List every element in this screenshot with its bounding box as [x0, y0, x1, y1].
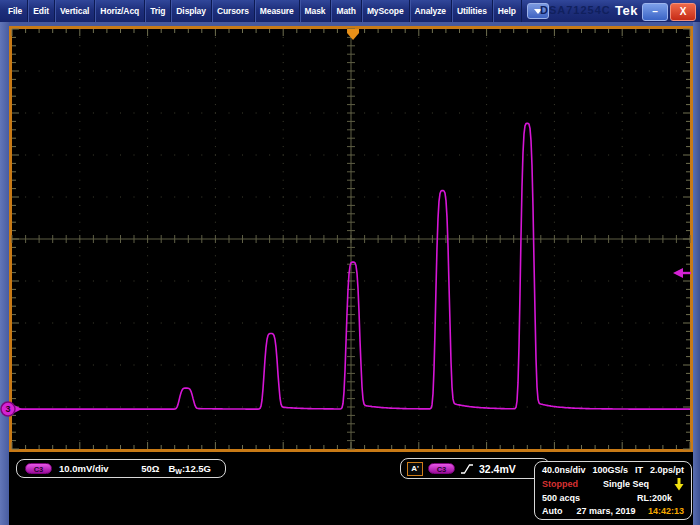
window-frame-right — [693, 22, 700, 525]
close-button[interactable]: X — [670, 3, 696, 21]
menu-horiz-acq[interactable]: Horiz/Acq — [95, 0, 145, 22]
menu-measure[interactable]: Measure — [255, 0, 300, 22]
record-length: RL:200k — [637, 493, 672, 503]
channel3-ground-marker[interactable]: 3 — [1, 402, 22, 416]
trigger-channel-badge: C3 — [428, 463, 455, 474]
graticule-axes — [12, 29, 690, 449]
sampling-mode: IT — [635, 465, 643, 475]
rising-edge-icon — [460, 463, 474, 475]
menu-file[interactable]: File — [3, 0, 28, 22]
trigger-mode: Auto — [542, 506, 563, 516]
oscilloscope-app-window: File Edit Vertical Horiz/Acq Trig Displa… — [0, 0, 700, 525]
down-arrow-icon — [674, 478, 684, 491]
trigger-readout[interactable]: A' C3 32.4mV — [400, 458, 550, 479]
trigger-position-marker[interactable] — [347, 29, 359, 40]
menu-help[interactable]: Help — [493, 0, 522, 22]
menu-myscope[interactable]: MyScope — [362, 0, 410, 22]
timebase: 40.0ns/div — [542, 465, 586, 475]
channel-badge: C3 — [25, 463, 52, 474]
menu-bar: File Edit Vertical Horiz/Acq Trig Displa… — [0, 0, 700, 22]
svg-text:3: 3 — [5, 404, 10, 414]
timebase-row: 40.0ns/div 100GS/s IT 2.0ps/pt — [542, 465, 684, 475]
sample-rate: 100GS/s — [593, 465, 629, 475]
readout-bar: C3 10.0mV/div 50Ω BW:12.5G A' C3 32.4mV … — [9, 452, 693, 525]
menu-vertical[interactable]: Vertical — [55, 0, 95, 22]
vertical-scale: 10.0mV/div — [59, 463, 109, 474]
acquisition-readout[interactable]: 40.0ns/div 100GS/s IT 2.0ps/pt Stopped S… — [534, 461, 692, 520]
date-readout: 27 mars, 2019 — [577, 506, 636, 516]
tek-logo: Tek — [615, 3, 638, 18]
minimize-button[interactable]: – — [642, 3, 668, 21]
menu-display[interactable]: Display — [171, 0, 212, 22]
menu-utilities[interactable]: Utilities — [452, 0, 493, 22]
menu-analyze[interactable]: Analyze — [410, 0, 452, 22]
scope-display-frame: 3 — [9, 26, 693, 452]
trigger-source-badge: A' — [407, 462, 423, 476]
menu-mask[interactable]: Mask — [300, 0, 332, 22]
instrument-model-text: DSA71254C — [540, 4, 611, 16]
acq-status: Stopped — [542, 479, 578, 489]
resolution: 2.0ps/pt — [650, 465, 684, 475]
run-mode: Single Seq — [603, 479, 649, 489]
time-readout: 14:42:13 — [648, 506, 684, 516]
menu-edit[interactable]: Edit — [28, 0, 55, 22]
input-impedance: 50Ω — [141, 463, 159, 474]
trigger-level-marker[interactable] — [673, 268, 691, 278]
channel-readout[interactable]: C3 10.0mV/div 50Ω BW:12.5G — [16, 459, 226, 478]
scope-display[interactable]: 3 — [12, 29, 690, 449]
window-frame-left — [0, 22, 9, 525]
menu-cursors[interactable]: Cursors — [212, 0, 255, 22]
trigger-level: 32.4mV — [479, 463, 516, 475]
acq-count-row: 500 acqs RL:200k — [542, 493, 684, 503]
bandwidth-readout: BW:12.5G — [168, 463, 211, 475]
menu-math[interactable]: Math — [331, 0, 361, 22]
acq-count: 500 acqs — [542, 493, 580, 503]
status-row: Stopped Single Seq — [542, 478, 684, 491]
datetime-row: Auto 27 mars, 2019 14:42:13 — [542, 506, 684, 516]
menu-trig[interactable]: Trig — [145, 0, 171, 22]
